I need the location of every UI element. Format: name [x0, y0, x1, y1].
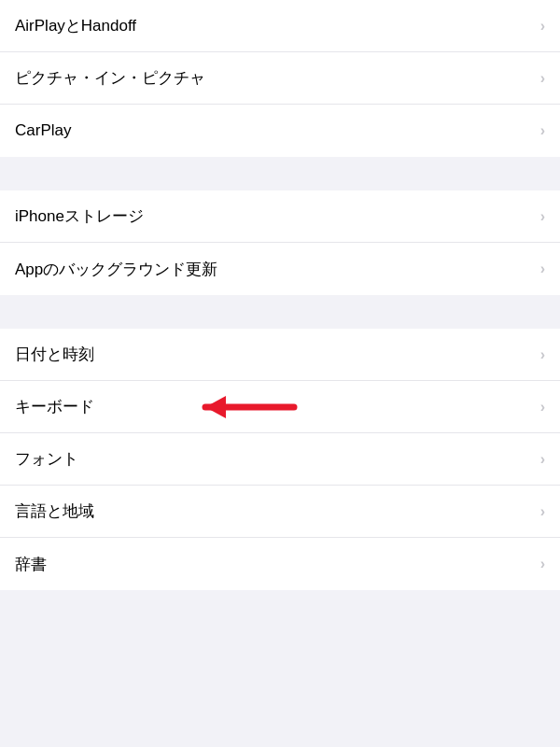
chevron-icon: ›	[540, 451, 545, 468]
app-refresh-label: Appのバックグラウンド更新	[15, 259, 217, 280]
dictionary-label: 辞書	[15, 554, 47, 575]
keyboard-item[interactable]: キーボード ›	[0, 381, 560, 433]
carplay-right: ›	[540, 122, 545, 139]
settings-list: AirPlayとHandoff › ピクチャ・イン・ピクチャ › CarPlay…	[0, 0, 560, 590]
iphone-storage-item[interactable]: iPhoneストレージ ›	[0, 190, 560, 243]
app-refresh-item[interactable]: Appのバックグラウンド更新 ›	[0, 243, 560, 295]
chevron-icon: ›	[540, 399, 545, 416]
chevron-icon: ›	[540, 556, 545, 572]
chevron-icon: ›	[540, 122, 545, 139]
chevron-icon: ›	[540, 70, 545, 87]
picture-in-picture-item[interactable]: ピクチャ・イン・ピクチャ ›	[0, 52, 560, 105]
fonts-right: ›	[540, 451, 545, 468]
section-group-1: AirPlayとHandoff › ピクチャ・イン・ピクチャ › CarPlay…	[0, 0, 560, 157]
red-arrow-icon	[187, 390, 299, 424]
airplay-handoff-label: AirPlayとHandoff	[15, 15, 136, 36]
dictionary-right: ›	[540, 556, 545, 572]
iphone-storage-right: ›	[540, 208, 545, 225]
picture-in-picture-right: ›	[540, 70, 545, 87]
carplay-label: CarPlay	[15, 121, 71, 140]
keyboard-label: キーボード	[15, 396, 94, 417]
app-refresh-right: ›	[540, 261, 545, 277]
airplay-handoff-item[interactable]: AirPlayとHandoff ›	[0, 0, 560, 52]
iphone-storage-label: iPhoneストレージ	[15, 205, 144, 227]
chevron-icon: ›	[540, 261, 545, 277]
section-group-2: iPhoneストレージ › Appのバックグラウンド更新 ›	[0, 190, 560, 295]
date-time-right: ›	[540, 346, 545, 363]
svg-marker-1	[205, 396, 226, 418]
section-group-3: 日付と時刻 › キーボード › フォント › 言語	[0, 329, 560, 590]
red-arrow-annotation	[187, 390, 299, 424]
chevron-icon: ›	[540, 346, 545, 363]
picture-in-picture-label: ピクチャ・イン・ピクチャ	[15, 67, 205, 89]
chevron-icon: ›	[540, 18, 545, 35]
date-time-item[interactable]: 日付と時刻 ›	[0, 329, 560, 381]
chevron-icon: ›	[540, 503, 545, 520]
section-divider-1	[0, 157, 560, 190]
language-region-label: 言語と地域	[15, 500, 94, 522]
chevron-icon: ›	[540, 208, 545, 225]
airplay-handoff-right: ›	[540, 18, 545, 35]
section-divider-2	[0, 295, 560, 329]
language-region-item[interactable]: 言語と地域 ›	[0, 486, 560, 538]
dictionary-item[interactable]: 辞書 ›	[0, 538, 560, 590]
keyboard-right: ›	[540, 399, 545, 416]
language-region-right: ›	[540, 503, 545, 520]
fonts-label: フォント	[15, 448, 78, 470]
date-time-label: 日付と時刻	[15, 344, 94, 365]
carplay-item[interactable]: CarPlay ›	[0, 105, 560, 157]
fonts-item[interactable]: フォント ›	[0, 433, 560, 486]
